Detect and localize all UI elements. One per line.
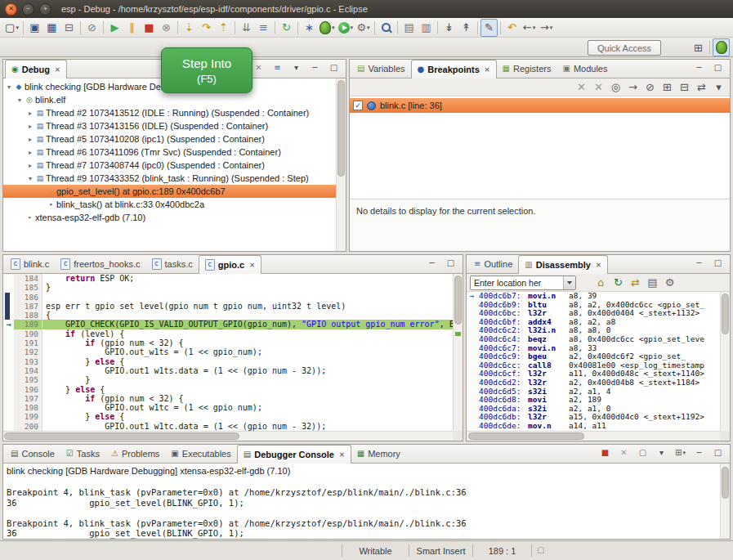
code-line[interactable]: 194 GPIO.out1_w1ts.data = (1 << (gpio_nu… bbox=[3, 366, 453, 375]
skip-all-breakpoints-icon[interactable]: ⊘ bbox=[641, 78, 659, 96]
close-tab-icon[interactable]: ✕ bbox=[249, 262, 255, 269]
debug-icon[interactable]: ▾ bbox=[318, 19, 337, 37]
tab-breakpoints[interactable]: ●Breakpoints✕ bbox=[411, 60, 497, 78]
editor-vertical-scrollbar[interactable] bbox=[453, 274, 463, 431]
next-annotation-icon[interactable]: ↡ bbox=[440, 19, 458, 37]
dropdown-caret-icon[interactable]: ▾ bbox=[16, 25, 19, 31]
debug-tree-item[interactable]: ▸▤Thread #7 1073408744 (ipc0) (Suspended… bbox=[3, 159, 336, 172]
code-line[interactable]: 185} bbox=[3, 283, 453, 292]
dropdown-caret-icon[interactable]: ▾ bbox=[550, 25, 553, 31]
print-icon[interactable]: ⊟ bbox=[60, 19, 78, 37]
code-editor[interactable]: 184 return ESP_OK;185}186187esp_err_t gp… bbox=[3, 274, 453, 431]
tree-open-arrow-icon[interactable]: ▾ bbox=[26, 175, 34, 182]
tab-executables[interactable]: ▣Executables bbox=[165, 445, 236, 463]
debug-scrollbar[interactable] bbox=[336, 78, 346, 251]
close-tab-icon[interactable]: ✕ bbox=[596, 262, 601, 269]
debug-tree-item[interactable]: ▸▤Thread #6 1073411096 (Tmr Svc) (Suspen… bbox=[3, 146, 336, 159]
code-line[interactable]: 191 if (gpio_num < 32) { bbox=[3, 338, 453, 347]
debug-tree-item[interactable]: ▸▤Thread #2 1073413512 (IDLE : Running) … bbox=[3, 106, 336, 119]
show-breakpoints-for-icon[interactable]: ◎ bbox=[607, 78, 624, 96]
dropdown-caret-icon[interactable]: ▾ bbox=[367, 25, 370, 31]
tree-closed-arrow-icon[interactable]: ▸ bbox=[26, 162, 34, 169]
dropdown-caret-icon[interactable]: ▾ bbox=[533, 25, 536, 31]
tab-console[interactable]: ▤Console bbox=[5, 445, 60, 463]
code-line[interactable]: 192 GPIO.out_w1ts = (1 << gpio_num); bbox=[3, 347, 453, 356]
disassembly-line[interactable]: →400dc6b7:movi.na8, 39 bbox=[467, 292, 720, 301]
disassembly-line[interactable]: 400dc6de:mov.na14, a11 bbox=[467, 422, 720, 431]
minimize-icon[interactable]: ─ bbox=[306, 60, 324, 75]
debug-tree-item[interactable]: ▪blink_task() at blink.c:33 0x400dbc2a bbox=[3, 198, 336, 211]
disassembly-line[interactable]: 400dc6c4:beqza8, 0x400dc6cc <gpio_set_le… bbox=[467, 335, 720, 344]
debug-tree-item[interactable]: ▾▤Thread #9 1073433352 (blink_task : Run… bbox=[3, 172, 336, 185]
dropdown-caret-icon[interactable]: ▾ bbox=[332, 25, 335, 31]
code-line[interactable]: 195 } bbox=[3, 375, 453, 384]
tree-closed-arrow-icon[interactable]: ▸ bbox=[26, 123, 34, 130]
remove-selected-icon[interactable]: ✕ bbox=[573, 78, 590, 96]
new-icon[interactable]: ▢▾ bbox=[3, 19, 20, 37]
tree-closed-arrow-icon[interactable]: ▸ bbox=[26, 110, 34, 117]
minimize-icon[interactable]: ─ bbox=[691, 256, 708, 271]
disassembly-line[interactable]: 400dc6d2:l32ra2, 0x400d04b8 <_stext+1184… bbox=[467, 379, 720, 388]
tab-registers[interactable]: ▦Registers bbox=[497, 60, 557, 78]
debug-tree-item[interactable]: →gpio_set_level() at gpio.c:189 0x400dc6… bbox=[3, 185, 336, 198]
code-line[interactable]: →189 GPIO_CHECK(GPIO_IS_VALID_OUTPUT_GPI… bbox=[3, 320, 453, 329]
settings-icon[interactable]: ⚙ bbox=[661, 274, 678, 292]
collapse-all-icon[interactable]: ⊟ bbox=[676, 78, 693, 96]
code-line[interactable]: 198 GPIO.out_w1tc = (1 << gpio_num); bbox=[3, 403, 453, 412]
sync-with-context-icon[interactable]: ⇄ bbox=[627, 274, 644, 292]
tree-open-arrow-icon[interactable]: ▾ bbox=[5, 83, 13, 91]
maximize-window-button[interactable]: + bbox=[39, 3, 51, 16]
code-line[interactable]: 190 if (level) { bbox=[3, 329, 453, 338]
terminate-icon[interactable]: ■ bbox=[141, 19, 158, 37]
tree-open-arrow-icon[interactable]: ▾ bbox=[16, 96, 24, 104]
tab-outline[interactable]: ≡Outline bbox=[468, 255, 518, 273]
search-icon[interactable] bbox=[378, 19, 395, 37]
tab-disassembly[interactable]: ▥Disassembly✕ bbox=[518, 255, 607, 274]
refresh-icon[interactable]: ↻ bbox=[610, 274, 627, 292]
disassembly-vertical-scrollbar[interactable] bbox=[720, 292, 730, 431]
step-into-icon[interactable]: ⇣ bbox=[181, 19, 198, 37]
tab-problems[interactable]: ⚠Problems bbox=[105, 445, 165, 463]
editor-horizontal-scrollbar[interactable] bbox=[3, 431, 453, 441]
home-icon[interactable]: ⌂ bbox=[592, 274, 610, 292]
console-scrollbar[interactable] bbox=[720, 464, 730, 539]
back-icon[interactable]: ←▾ bbox=[521, 19, 538, 37]
tab-debug[interactable]: ◉Debug✕ bbox=[5, 60, 67, 78]
code-line[interactable]: 196 } else { bbox=[3, 385, 453, 394]
dropdown-caret-icon[interactable]: ▾ bbox=[351, 25, 354, 31]
quick-access-button[interactable]: Quick Access bbox=[588, 40, 661, 56]
forward-icon[interactable]: →▾ bbox=[538, 19, 555, 37]
terminate-icon[interactable]: ■ bbox=[597, 446, 614, 460]
disconnect-icon[interactable]: ⊗ bbox=[158, 19, 175, 37]
restart-icon[interactable]: ↻ bbox=[278, 19, 295, 37]
drop-to-frame-icon[interactable]: ⇊ bbox=[238, 19, 255, 37]
link-with-debug-view-icon[interactable]: ⇄ bbox=[693, 78, 710, 96]
combo-dropdown-icon[interactable] bbox=[563, 276, 575, 289]
close-window-button[interactable]: ✕ bbox=[5, 3, 17, 16]
view-menu-icon[interactable]: ▾ bbox=[710, 78, 727, 96]
tab-gpio-c[interactable]: cgpio.c✕ bbox=[199, 255, 261, 274]
tab-modules[interactable]: ▣Modules bbox=[556, 60, 613, 78]
show-source-icon[interactable]: ▤ bbox=[644, 274, 661, 292]
open-resource-icon[interactable]: ▥ bbox=[418, 19, 435, 37]
instruction-stepping-toggle-icon[interactable]: ≡ bbox=[269, 60, 286, 75]
location-combo-text[interactable]: Enter location her bbox=[471, 278, 563, 288]
debug-tree-item[interactable]: ▸▤Thread #5 1073410208 (ipc1) (Suspended… bbox=[3, 132, 336, 146]
breakpoint-checkbox[interactable]: ✓ bbox=[353, 101, 363, 110]
console-output[interactable]: blink checking [GDB Hardware Debugging] … bbox=[3, 464, 720, 539]
save-icon[interactable]: ▣ bbox=[26, 19, 43, 37]
location-combo[interactable]: Enter location her bbox=[470, 276, 576, 290]
display-selected-console-icon[interactable]: ▾ bbox=[653, 446, 670, 460]
step-return-icon[interactable]: ⇡ bbox=[215, 19, 232, 37]
maximize-icon[interactable]: □ bbox=[709, 60, 726, 75]
previous-annotation-icon[interactable]: ↟ bbox=[458, 19, 475, 37]
dropdown-caret-icon[interactable]: ▾ bbox=[682, 450, 686, 456]
tab-blink-c[interactable]: cblink.c bbox=[5, 255, 55, 273]
instruction-stepping-icon[interactable]: ≡ bbox=[255, 19, 272, 37]
tree-closed-arrow-icon[interactable]: ▸ bbox=[26, 136, 34, 143]
external-tools-icon[interactable]: ⚙▾ bbox=[355, 19, 372, 37]
tab-freertos-hooks-c[interactable]: cfreertos_hooks.c bbox=[55, 255, 145, 273]
new-c-element-icon[interactable]: ∗ bbox=[301, 19, 318, 37]
expand-all-icon[interactable]: ⊞ bbox=[659, 78, 676, 96]
tab-debugger-console[interactable]: ▤Debugger Console✕ bbox=[237, 445, 351, 464]
